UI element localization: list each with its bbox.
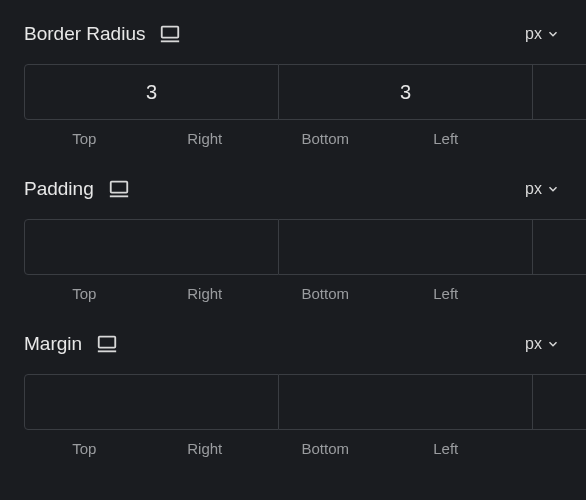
margin-header: Margin px [24, 330, 562, 358]
border-radius-top-input[interactable] [24, 64, 279, 120]
padding-control: Padding px Top Right Bottom Left [24, 175, 562, 302]
margin-right-input[interactable] [279, 374, 533, 430]
border-radius-inputs [24, 64, 562, 120]
margin-control: Margin px Top Right Bottom Left [24, 330, 562, 457]
chevron-down-icon [546, 182, 560, 196]
border-radius-unit-select[interactable]: px [523, 21, 562, 47]
svg-rect-4 [99, 337, 116, 348]
padding-bottom-input[interactable] [533, 219, 586, 275]
margin-inputs [24, 374, 562, 430]
chevron-down-icon [546, 27, 560, 41]
margin-top-input[interactable] [24, 374, 279, 430]
border-radius-bottom-input[interactable] [533, 64, 586, 120]
border-radius-control: Border Radius px Top Right Bottom Left [24, 20, 562, 147]
side-label-left: Left [386, 440, 507, 457]
margin-bottom-input[interactable] [533, 374, 586, 430]
desktop-icon[interactable] [96, 333, 118, 355]
chevron-down-icon [546, 337, 560, 351]
margin-label: Margin [24, 333, 82, 355]
border-radius-header: Border Radius px [24, 20, 562, 48]
margin-unit-select[interactable]: px [523, 331, 562, 357]
padding-unit-select[interactable]: px [523, 176, 562, 202]
padding-side-labels: Top Right Bottom Left [24, 285, 562, 302]
border-radius-label: Border Radius [24, 23, 145, 45]
side-label-top: Top [24, 440, 145, 457]
side-label-right: Right [145, 130, 266, 147]
side-label-bottom: Bottom [265, 285, 386, 302]
border-radius-right-input[interactable] [279, 64, 533, 120]
side-label-right: Right [145, 440, 266, 457]
side-label-bottom: Bottom [265, 440, 386, 457]
padding-header: Padding px [24, 175, 562, 203]
side-label-left: Left [386, 285, 507, 302]
border-radius-side-labels: Top Right Bottom Left [24, 130, 562, 147]
margin-unit: px [525, 335, 542, 353]
desktop-icon[interactable] [108, 178, 130, 200]
svg-rect-2 [110, 182, 127, 193]
padding-right-input[interactable] [279, 219, 533, 275]
border-radius-unit: px [525, 25, 542, 43]
padding-unit: px [525, 180, 542, 198]
svg-rect-0 [162, 27, 179, 38]
side-label-right: Right [145, 285, 266, 302]
side-label-bottom: Bottom [265, 130, 386, 147]
side-label-left: Left [386, 130, 507, 147]
side-label-top: Top [24, 130, 145, 147]
padding-top-input[interactable] [24, 219, 279, 275]
desktop-icon[interactable] [159, 23, 181, 45]
side-label-top: Top [24, 285, 145, 302]
margin-side-labels: Top Right Bottom Left [24, 440, 562, 457]
padding-inputs [24, 219, 562, 275]
padding-label: Padding [24, 178, 94, 200]
